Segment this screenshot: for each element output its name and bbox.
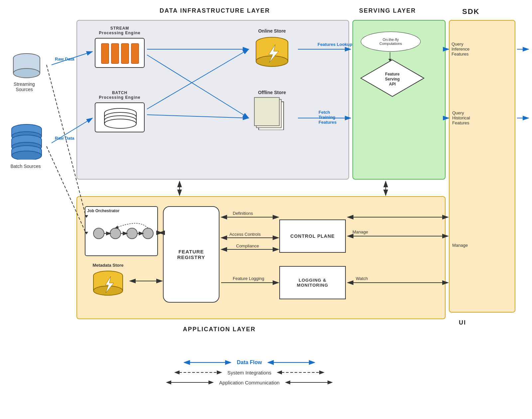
data-flow-label: Data Flow (237, 359, 262, 365)
svg-point-57 (110, 228, 121, 239)
app-comm-line (163, 379, 216, 386)
svg-point-58 (127, 228, 137, 239)
streaming-sources-label: Streaming Sources (6, 81, 43, 92)
sys-int-line2 (274, 369, 327, 376)
ui-label: UI (459, 319, 466, 326)
svg-point-36 (104, 119, 136, 128)
data-flow-line (181, 359, 234, 366)
batch-engine-subtitle: Processing Engine (93, 95, 146, 100)
app-comm-label: Application Communication (219, 380, 280, 385)
legend-sys-int: System Integrations (116, 369, 382, 376)
serving-api-diamond: Feature Serving API (359, 58, 426, 98)
features-lookup-label: Features Lookup (318, 42, 352, 47)
online-store-label: Online Store (249, 28, 295, 34)
svg-point-4 (13, 69, 40, 78)
offline-store-label: Offline Store (249, 90, 295, 95)
manage-2-label: Manage (452, 243, 468, 248)
svg-text:API: API (389, 82, 396, 86)
sys-int-line (172, 369, 225, 376)
feature-registry-box: FEATURE REGISTRY (163, 206, 219, 303)
metadata-store-label: Metadata Store (85, 263, 131, 268)
svg-rect-49 (254, 97, 279, 126)
svg-marker-51 (388, 59, 392, 62)
svg-point-59 (143, 228, 153, 239)
metadata-store-container: Metadata Store (85, 263, 131, 299)
svg-rect-21 (111, 44, 119, 64)
app-comm-line2 (282, 379, 335, 386)
sdk-box (449, 20, 515, 313)
compliance-label: Compliance (236, 243, 259, 248)
oval-to-diamond-arrow (387, 52, 393, 62)
query-historical-label: Query Historical Features (452, 110, 470, 125)
batch-engine-container: BATCH Processing Engine (93, 90, 146, 134)
job-orchestrator-box: Job Orchestrator (85, 206, 158, 256)
streaming-sources-icon (10, 52, 43, 78)
legend: Data Flow System Integrations (116, 359, 382, 386)
manage-1-label: Manage (352, 229, 368, 234)
serving-api-container: On-the-flyComputations Feature Serving A… (354, 58, 431, 99)
svg-rect-23 (131, 44, 139, 64)
job-orch-icon (89, 217, 155, 250)
stream-engine-title: STREAM (93, 26, 146, 31)
svg-point-56 (93, 228, 104, 239)
feature-registry-label: FEATURE REGISTRY (177, 249, 205, 260)
svg-text:Feature: Feature (385, 72, 400, 76)
serving-label: SERVING LAYER (359, 7, 416, 14)
svg-rect-22 (121, 44, 129, 64)
data-flow-line2 (265, 359, 318, 366)
online-store-container: Online Store (249, 28, 295, 70)
svg-rect-20 (101, 44, 109, 64)
online-store-icon (252, 35, 292, 69)
svg-text:Serving: Serving (385, 77, 400, 81)
batch-engine-icon (95, 102, 145, 132)
sdk-label: SDK (462, 7, 479, 16)
stream-engine-subtitle: Processing Engine (93, 31, 146, 35)
batch-sources-icon (7, 123, 47, 160)
definitions-label: Definitions (233, 211, 253, 216)
legend-data-flow: Data Flow (116, 359, 382, 366)
logging-monitor-box: LOGGING & MONITORING (279, 266, 346, 299)
control-plane-label: CONTROL PLANE (290, 233, 334, 239)
app-layer-label: APPLICATION LAYER (183, 326, 256, 333)
batch-sources-label: Batch Sources (7, 164, 44, 169)
access-controls-label: Access Controls (229, 232, 261, 237)
metadata-store-icon (90, 269, 126, 297)
stream-engine-container: STREAM Processing Engine (93, 26, 146, 69)
offline-store-container: Offline Store (249, 90, 295, 131)
legend-app-comm: Application Communication (116, 379, 382, 386)
offline-store-icon (252, 97, 292, 130)
batch-engine-title: BATCH (93, 90, 146, 95)
sys-int-label: System Integrations (227, 370, 272, 375)
svg-point-19 (12, 151, 42, 160)
query-inference-label: Query Inference Features (452, 42, 469, 57)
fetch-training-label: Fetch Training Features (319, 110, 336, 125)
raw-data-2-label: Raw Data (55, 136, 74, 141)
feature-logging-label: Feature Logging (233, 276, 264, 281)
control-plane-box: CONTROL PLANE (279, 219, 346, 253)
logging-monitor-label: LOGGING & MONITORING (297, 278, 328, 288)
data-infra-label: DATA INFRASTRUCTURE LAYER (160, 7, 270, 14)
watch-label: Watch (356, 276, 368, 281)
diagram-container: DATA INFRASTRUCTURE LAYER SERVING LAYER … (0, 0, 532, 419)
job-orch-label: Job Orchestrator (87, 209, 119, 213)
raw-data-1-label: Raw Data (55, 57, 74, 62)
on-the-fly-label: On-the-flyComputations (361, 32, 421, 52)
stream-engine-icon (95, 38, 145, 68)
